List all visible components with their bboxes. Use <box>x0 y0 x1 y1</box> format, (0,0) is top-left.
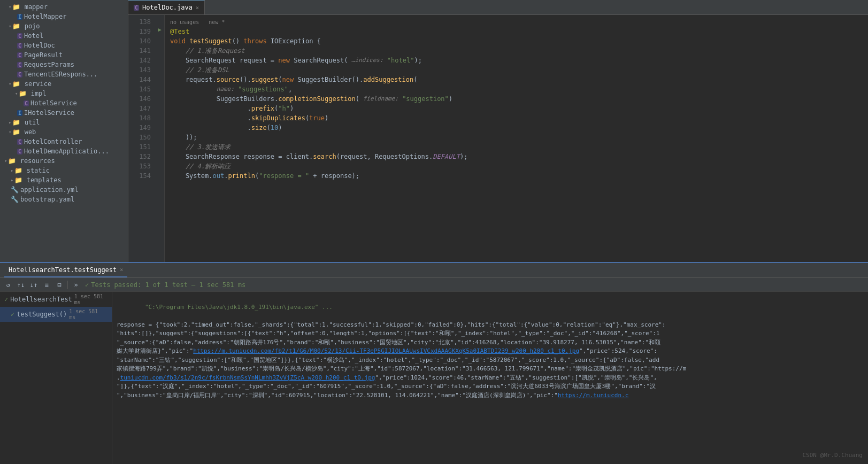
sidebar-item-web[interactable]: ▾ 📁 web <box>0 127 128 137</box>
tab-close-button[interactable]: × <box>196 5 199 11</box>
test-class-item[interactable]: ✓ HotellsearchTest 1 sec 581 ms <box>0 292 112 307</box>
console-line-8: .tuniucdn.com/fb3/s1/2n9c/fsKrbnNsmSsYnN… <box>117 374 864 383</box>
run-gutter-icon[interactable]: ▶ <box>158 26 162 33</box>
toolbar-separator <box>67 281 68 289</box>
class-icon: C <box>17 139 22 145</box>
folder-icon: 📁 <box>14 167 22 174</box>
console-output[interactable]: "C:\Program Files\Java\jdk1.8.0_191\bin\… <box>112 292 868 464</box>
sidebar-item-pojo[interactable]: ▾ 📁 pojo <box>0 21 128 31</box>
filter-button[interactable]: ≡ <box>41 279 52 291</box>
folder-icon: 📁 <box>8 157 16 165</box>
expand-arrow: ▸ <box>9 120 11 125</box>
test-class-time: 1 sec 581 ms <box>74 293 107 305</box>
sort-asc-button[interactable]: ↑↓ <box>15 279 27 291</box>
sidebar-item-HotelMapper[interactable]: I HotelMapper <box>0 12 128 21</box>
sidebar-item-static[interactable]: ▸ 📁 static <box>0 166 128 175</box>
console-line-9: "]},{"text":"汉庭","_index":"hotel","_type… <box>117 382 864 391</box>
code-line-145: name: "suggestions", <box>170 84 868 94</box>
sidebar-item-label: TencentESRespons... <box>24 71 97 78</box>
sidebar-item-HotelService[interactable]: C HotelService <box>0 98 128 108</box>
test-pass-icon: ✓ <box>11 311 14 318</box>
expand-arrow: ▾ <box>9 129 11 135</box>
code-line-143: // 2.准备DSL <box>170 65 868 75</box>
expand-arrow: ▾ <box>15 91 18 96</box>
pic-link-1[interactable]: https://m.tuniucdn.com/fb2/t1/G6/M00/52/… <box>193 347 579 354</box>
tab-class-icon: C <box>134 5 139 11</box>
bottom-tab-label: HotellsearchTest.testSuggest <box>9 266 117 274</box>
sidebar-item-label: bootstrap.yaml <box>20 196 74 203</box>
sidebar-item-label: static <box>27 167 50 174</box>
sidebar-item-impl[interactable]: ▾ 📁 impl <box>0 89 128 98</box>
bottom-panel: HotellsearchTest.testSuggest × ↺ ↑↓ ↓↑ ≡… <box>0 262 868 464</box>
code-line-152: SearchResponse response = client.search(… <box>170 152 868 161</box>
sidebar-item-Hotel[interactable]: C Hotel <box>0 31 128 41</box>
code-line-149: .size(10) <box>170 123 868 133</box>
main-area: ▾ 📁 mapper I HotelMapper ▾ 📁 pojo C Hote… <box>0 0 868 262</box>
sidebar-item-PageResult[interactable]: C PageResult <box>0 50 128 60</box>
sidebar-item-label: HotelMapper <box>24 13 66 20</box>
sidebar-item-label: HotelController <box>24 138 82 145</box>
sidebar-item-label: IHotelService <box>24 109 74 117</box>
class-icon: C <box>24 100 29 106</box>
sidebar-item-HotelController[interactable]: C HotelController <box>0 137 128 146</box>
test-method-label: testSuggest() <box>17 311 67 318</box>
sidebar-item-service[interactable]: ▾ 📁 service <box>0 79 128 89</box>
pic-link-3[interactable]: https://m.tuniucdn.c <box>558 392 628 399</box>
interface-icon: I <box>17 110 22 116</box>
console-line-2: response = {"took":2,"timed_out":false,"… <box>117 321 864 330</box>
code-line-142: SearchRequest request = new SearchReques… <box>170 56 868 65</box>
code-line-154: System.out.println("response = " + respo… <box>170 171 868 181</box>
folder-icon: 📁 <box>12 22 20 30</box>
sidebar-item-mapper[interactable]: ▾ 📁 mapper <box>0 2 128 12</box>
sidebar-item-RequestParams[interactable]: C RequestParams <box>0 60 128 69</box>
code-line-147: .prefix("h") <box>170 104 868 113</box>
test-method-time: 1 sec 581 ms <box>69 308 107 320</box>
folder-icon: 📁 <box>14 176 22 184</box>
editor-area: C HotelDoc.java × 138 139 140 141 142 14… <box>128 0 868 262</box>
sidebar-item-label: util <box>25 119 40 126</box>
code-editor[interactable]: no usages new * @Test void testSuggest()… <box>165 15 868 262</box>
code-line-151: // 3.发送请求 <box>170 142 868 152</box>
bottom-tab-run[interactable]: HotellsearchTest.testSuggest × <box>4 263 127 277</box>
expand-arrow: ▸ <box>11 177 13 183</box>
rerun-button[interactable]: ↺ <box>2 279 14 291</box>
filter2-button[interactable]: ⊟ <box>53 279 65 291</box>
sidebar-item-HotelDemoApplication[interactable]: C HotelDemoApplicatio... <box>0 146 128 156</box>
test-method-item[interactable]: ✓ testSuggest() 1 sec 581 ms <box>0 307 112 322</box>
editor-tabs: C HotelDoc.java × <box>128 0 868 15</box>
sidebar-item-TencentESResponse[interactable]: C TencentESRespons... <box>0 69 128 79</box>
console-line-4: "_source":{"aD":false,"address":"朝阳路高井17… <box>117 338 864 347</box>
sidebar-item-label: Hotel <box>24 32 43 40</box>
bottom-tab-close[interactable]: × <box>120 267 123 273</box>
class-icon: C <box>17 149 22 154</box>
sidebar-item-util[interactable]: ▸ 📁 util <box>0 118 128 127</box>
bottom-content: ✓ HotellsearchTest 1 sec 581 ms ✓ testSu… <box>0 292 868 464</box>
sort-desc-button[interactable]: ↓↑ <box>28 279 40 291</box>
code-line-141: // 1.准备Request <box>170 46 868 56</box>
folder-icon: 📁 <box>12 80 20 88</box>
code-line-150: )); <box>170 133 868 142</box>
yaml-icon: 🔧 <box>11 196 19 203</box>
class-icon: C <box>17 52 22 58</box>
sidebar-item-label: HotelService <box>30 99 77 107</box>
sidebar-item-label: templates <box>27 176 62 184</box>
sidebar-item-templates[interactable]: ▸ 📁 templates <box>0 175 128 185</box>
console-line-1: "C:\Program Files\Java\jdk1.8.0_191\bin\… <box>117 294 864 321</box>
pic-link-2[interactable]: tuniucdn.com/fb3/s1/2n9c/fsKrbnNsmSsYnNL… <box>120 374 375 381</box>
sidebar-item-label: application.yml <box>20 186 78 194</box>
sidebar-item-label: pojo <box>25 22 40 30</box>
sidebar-item-resources[interactable]: ▾ 📁 resources <box>0 156 128 166</box>
tab-HotelDoc[interactable]: C HotelDoc.java × <box>128 0 205 14</box>
code-hint: no usages new * <box>170 18 225 26</box>
watermark: CSDN @Mr.D.Chuang <box>802 452 863 459</box>
sidebar-item-label: web <box>25 128 36 136</box>
sidebar-item-IHotelService[interactable]: I IHotelService <box>0 108 128 118</box>
sidebar-item-HotelDoc[interactable]: C HotelDoc <box>0 41 128 50</box>
sidebar-item-bootstrap-yml[interactable]: 🔧 bootstrap.yaml <box>0 195 128 204</box>
sidebar-item-application-yml[interactable]: 🔧 application.yml <box>0 185 128 195</box>
expand-button[interactable]: » <box>70 279 82 291</box>
test-list: ✓ HotellsearchTest 1 sec 581 ms ✓ testSu… <box>0 292 112 464</box>
expand-arrow: ▾ <box>9 4 11 10</box>
sidebar-item-label: impl <box>31 90 47 97</box>
sidebar-item-label: RequestParams <box>24 61 74 68</box>
